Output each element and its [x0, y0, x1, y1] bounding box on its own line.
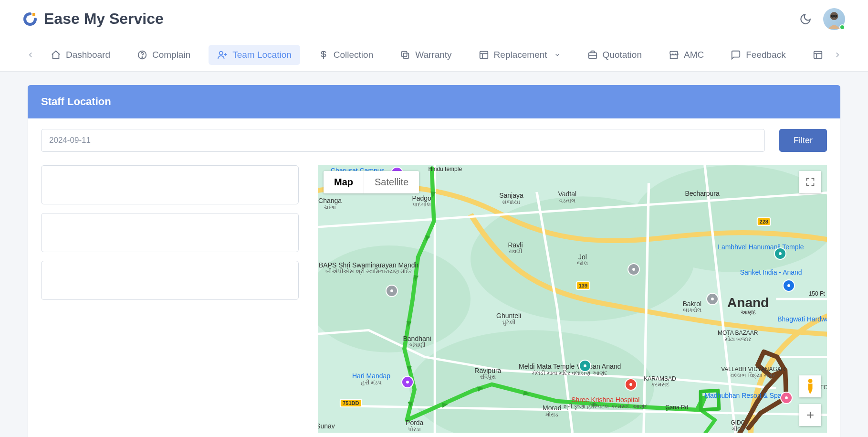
page-body: Staff Location Filter	[0, 72, 868, 437]
route-shield: 139	[576, 281, 590, 290]
svg-rect-8	[404, 53, 409, 58]
map-zoom-in[interactable]: +	[799, 404, 821, 426]
svg-rect-14	[814, 51, 822, 58]
map-place-label: Jolજોલ	[577, 254, 588, 266]
svg-point-28	[711, 298, 714, 300]
map-place-label: Ravliરાવલી	[508, 242, 523, 255]
chevron-down-icon	[554, 52, 561, 58]
nav-scroll-right[interactable]	[830, 47, 845, 63]
tab-label: Warranty	[415, 50, 451, 60]
tab-label: Replacement	[494, 50, 547, 60]
tab-collection[interactable]: Collection	[310, 45, 382, 65]
map-place-label: KARAMSADકરમસદ	[644, 376, 676, 388]
date-input[interactable]	[41, 129, 765, 152]
dark-mode-toggle[interactable]	[799, 13, 812, 25]
svg-point-24	[390, 289, 393, 292]
card-header: Staff Location	[28, 85, 840, 118]
map-place-label: Hindu temple	[428, 166, 462, 172]
user-avatar[interactable]	[823, 8, 845, 30]
svg-point-26	[779, 252, 782, 255]
poi-marker	[579, 360, 591, 372]
map-place-label: Meldi Mata Temple Valasan Anandમેલડી માત…	[519, 363, 621, 376]
staff-card[interactable]	[41, 213, 299, 252]
svg-rect-10	[480, 51, 488, 58]
map-place-label: Madhubhan Resort & Spa	[704, 392, 781, 399]
tab-replacement[interactable]: Replacement	[470, 45, 569, 65]
map-place-label: 150 Ft	[809, 291, 825, 297]
map-place-label: Gana Rd	[665, 405, 688, 411]
map-place-label: Padgoપાદગોલ	[412, 195, 431, 208]
nav-scroll-left[interactable]	[23, 47, 38, 63]
poi-marker	[386, 285, 398, 297]
filter-button[interactable]: Filter	[779, 129, 827, 152]
streetview-pegman[interactable]	[799, 375, 821, 397]
poi-marker	[625, 378, 637, 391]
staff-card[interactable]	[41, 165, 299, 204]
map-place-label: Sunav	[318, 423, 335, 430]
map-place-label: Hari Mandapહરી મંડપ	[352, 373, 390, 385]
svg-rect-2	[831, 15, 837, 17]
map-place-label: VALLABH VIDYANAGARવલ્લભ વિદ્યા નગર	[721, 366, 785, 378]
svg-rect-0	[32, 13, 35, 16]
map-fullscreen-button[interactable]	[799, 171, 821, 193]
map-place-label: Ravipuraરવિપુરા	[474, 367, 501, 380]
home-icon	[51, 50, 61, 60]
tab-quotation[interactable]: Quotation	[579, 45, 650, 65]
store-icon	[669, 50, 679, 60]
tab-label: Dashboard	[66, 50, 110, 60]
tab-label: Quotation	[603, 50, 642, 60]
dollar-icon	[318, 50, 329, 60]
topbar-right	[799, 8, 845, 30]
message-icon	[731, 50, 741, 60]
map-place-label: Shree Krishna Hospitalશ્રી કૃષ્ણા હોસ્પિ…	[564, 397, 648, 410]
main-nav: DashboardComplainTeam LocationCollection…	[0, 38, 868, 72]
svg-rect-9	[402, 51, 407, 56]
map-canvas[interactable]: Map Satellite + Charusat CampusHindu tem…	[318, 165, 827, 433]
map-place-label: BAPS Shri Swaminarayan Mandirબીએપીએસ શ્ર…	[319, 262, 418, 275]
user-plus-icon	[217, 50, 228, 60]
map-place-label: Ghunteliઘુંટેલી	[496, 312, 521, 325]
layout-icon	[813, 50, 823, 60]
map-place-label: Bandhaniબંધાણી	[403, 335, 431, 348]
map-place-label: Vadtalવડતાલ	[558, 191, 576, 204]
map-place-label: Bakrolબાકરોલ	[682, 300, 701, 313]
staff-list	[41, 165, 299, 433]
tab-team-location[interactable]: Team Location	[209, 45, 300, 65]
app-title: Ease My Service	[44, 10, 164, 28]
svg-point-7	[220, 51, 223, 54]
staff-location-card: Staff Location Filter	[28, 85, 840, 437]
tab-label: AMC	[684, 50, 704, 60]
tab-dashboard[interactable]: Dashboard	[42, 45, 119, 65]
tab-warranty[interactable]: Warranty	[391, 45, 460, 65]
map-place-label: Pordaપોરડા	[406, 419, 423, 432]
poi-marker	[401, 376, 414, 388]
svg-point-27	[787, 284, 790, 287]
app-logo-icon	[23, 12, 37, 26]
map-type-map[interactable]: Map	[324, 171, 364, 193]
topbar: Ease My Service	[0, 0, 868, 38]
poi-marker	[627, 263, 640, 276]
route-shield: 228	[757, 217, 771, 226]
tab-amc[interactable]: AMC	[660, 45, 712, 65]
map-place-label: GIDCગીદક	[731, 420, 745, 432]
map-place-label: Sanjayaસંજાયા	[499, 192, 523, 205]
svg-point-25	[632, 268, 635, 271]
filter-row: Filter	[41, 129, 827, 152]
svg-point-22	[808, 379, 812, 383]
svg-point-6	[142, 56, 142, 57]
map-place-label: MOTA BAZAARમોટા બજાર	[718, 330, 758, 342]
map-place-label: Anandઆણંદ	[727, 296, 769, 316]
tab-complain[interactable]: Complain	[128, 45, 199, 65]
map-type-satellite[interactable]: Satellite	[364, 171, 419, 193]
svg-point-31	[629, 383, 632, 386]
online-status-dot	[839, 24, 845, 30]
poi-marker	[783, 279, 795, 292]
map-place-label: Lambhvel Hanumanji Temple	[718, 243, 804, 250]
tab-feedback[interactable]: Feedback	[722, 45, 794, 65]
map-place-label: Changaચાંગા	[318, 198, 342, 211]
tab-label: Collection	[334, 50, 373, 60]
svg-point-32	[785, 396, 788, 399]
tab-label: Complain	[152, 50, 190, 60]
tab-setup[interactable]: Setup	[804, 45, 826, 65]
staff-card[interactable]	[41, 261, 299, 300]
